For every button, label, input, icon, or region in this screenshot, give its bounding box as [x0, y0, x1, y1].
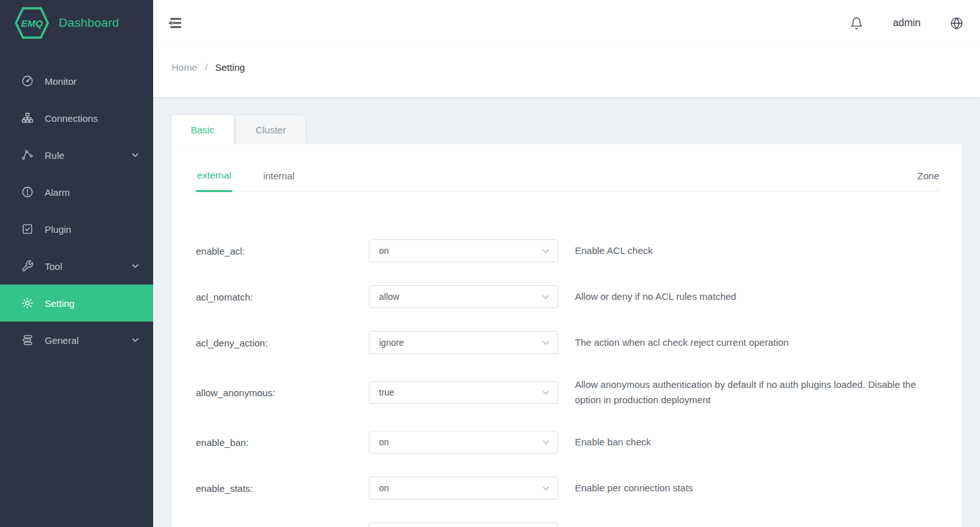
- field-description: Allow anonymous authentication by defaul…: [575, 377, 935, 408]
- chevron-down-icon: [542, 293, 550, 301]
- form-row: use_username_as_clientid: false Whether …: [196, 523, 939, 527]
- chevron-down-icon: [542, 339, 550, 347]
- sidebar-item-label: Rule: [45, 150, 64, 161]
- breadcrumb-current: Setting: [215, 62, 245, 73]
- select-dropdown[interactable]: true: [369, 381, 558, 404]
- form-row: enable_ban: on Enable ban check: [196, 431, 939, 454]
- chevron-down-icon: [542, 389, 550, 397]
- form-row: acl_nomatch: allow Allow or deny if no A…: [196, 285, 939, 308]
- field-label: allow_anonymous:: [196, 387, 369, 398]
- top-header: admin: [153, 0, 980, 46]
- sitemap-icon: [21, 112, 34, 124]
- select-value: true: [379, 387, 394, 397]
- select-value: allow: [379, 292, 399, 302]
- app-window: EMQ Dashboard Monitor: [0, 0, 980, 527]
- svg-text:EMQ: EMQ: [21, 18, 43, 29]
- sidebar-item-label: Alarm: [45, 187, 70, 198]
- field-description: The action when acl check reject current…: [575, 335, 789, 350]
- layers-icon: [21, 334, 34, 346]
- sidebar-item-label: Tool: [45, 261, 63, 272]
- alert-circle-icon: [21, 186, 34, 198]
- form-row: acl_deny_action: ignore The action when …: [196, 331, 939, 354]
- select-value: on: [379, 483, 389, 493]
- breadcrumb: Home / Setting: [153, 46, 980, 97]
- chevron-down-icon: [131, 336, 139, 344]
- select-dropdown[interactable]: false: [369, 523, 558, 527]
- select-dropdown[interactable]: on: [369, 477, 558, 500]
- main-area: admin Home / Setting Basic Cluster: [153, 0, 980, 527]
- sidebar-item-label: Connections: [45, 113, 98, 124]
- breadcrumb-home-link[interactable]: Home: [172, 62, 197, 73]
- bell-icon: [850, 17, 863, 30]
- breadcrumb-separator: /: [205, 62, 207, 73]
- chevron-down-icon: [542, 484, 550, 493]
- chevron-down-icon: [542, 438, 550, 447]
- brand-logo[interactable]: EMQ Dashboard: [0, 0, 153, 46]
- sidebar-item-plugin[interactable]: Plugin: [0, 211, 153, 248]
- sidebar-item-connections[interactable]: Connections: [0, 100, 153, 137]
- field-description: Enable ACL check: [575, 243, 653, 258]
- language-button[interactable]: [950, 17, 963, 30]
- sidebar-item-tool[interactable]: Tool: [0, 248, 153, 285]
- field-label: acl_deny_action:: [196, 338, 369, 348]
- settings-form: enable_acl: on Enable ACL check acl_: [196, 239, 939, 527]
- sidebar-item-label: Plugin: [45, 224, 71, 235]
- select-dropdown[interactable]: on: [369, 239, 558, 262]
- sidebar-item-label: General: [45, 335, 78, 346]
- chevron-down-icon: [131, 262, 139, 270]
- subtab-external[interactable]: external: [196, 170, 232, 192]
- field-label: acl_nomatch:: [196, 292, 369, 302]
- chevron-down-icon: [131, 151, 139, 159]
- notifications-button[interactable]: [850, 17, 863, 30]
- settings-card: external internal Zone enable_acl: on: [172, 144, 962, 527]
- field-label: enable_ban:: [196, 437, 369, 448]
- field-description: Enable per connection stats: [575, 480, 693, 496]
- sidebar-item-setting[interactable]: Setting: [0, 285, 153, 322]
- select-value: on: [379, 246, 389, 256]
- select-dropdown[interactable]: ignore: [369, 331, 558, 354]
- field-label: enable_acl:: [196, 246, 369, 256]
- tabs: Basic Cluster: [172, 115, 962, 144]
- sidebar-item-general[interactable]: General: [0, 322, 153, 359]
- sidebar-item-rule[interactable]: Rule: [0, 137, 153, 174]
- sidebar-item-label: Setting: [45, 298, 75, 309]
- field-description: Allow or deny if no ACL rules matched: [575, 289, 736, 304]
- emq-hexagon-logo-icon: EMQ: [14, 6, 50, 40]
- zone-label: Zone: [917, 170, 939, 191]
- wrench-icon: [21, 260, 34, 272]
- sidebar-item-monitor[interactable]: Monitor: [0, 63, 153, 100]
- brand-title: Dashboard: [59, 16, 119, 30]
- select-value: ignore: [379, 338, 404, 348]
- sidebar-item-alarm[interactable]: Alarm: [0, 174, 153, 211]
- page-body: Basic Cluster external internal Zone ena…: [153, 97, 980, 527]
- gear-icon: [21, 297, 34, 309]
- sidebar-menu: Monitor Connections: [0, 46, 153, 359]
- form-row: enable_stats: on Enable per connection s…: [196, 477, 939, 500]
- tab-basic[interactable]: Basic: [172, 115, 234, 144]
- checkbox-icon: [21, 223, 34, 235]
- user-menu[interactable]: admin: [893, 17, 921, 29]
- sidebar: EMQ Dashboard Monitor: [0, 0, 153, 527]
- chevron-down-icon: [542, 247, 550, 255]
- fork-icon: [21, 149, 34, 161]
- header-actions: admin: [850, 17, 963, 30]
- tab-cluster[interactable]: Cluster: [236, 115, 306, 144]
- globe-icon: [950, 17, 963, 30]
- form-row: enable_acl: on Enable ACL check: [196, 239, 939, 262]
- gauge-icon: [21, 75, 34, 87]
- form-row: allow_anonymous: true Allow anonymous au…: [196, 377, 939, 408]
- select-dropdown[interactable]: allow: [369, 285, 558, 308]
- collapse-sidebar-icon[interactable]: [168, 17, 182, 29]
- zone-subtabs: external internal Zone: [196, 170, 939, 191]
- sidebar-item-label: Monitor: [45, 76, 77, 87]
- subtab-internal[interactable]: internal: [263, 170, 294, 191]
- select-dropdown[interactable]: on: [369, 431, 558, 454]
- field-description: Enable ban check: [575, 434, 651, 450]
- field-label: enable_stats:: [196, 483, 369, 494]
- select-value: on: [379, 437, 389, 447]
